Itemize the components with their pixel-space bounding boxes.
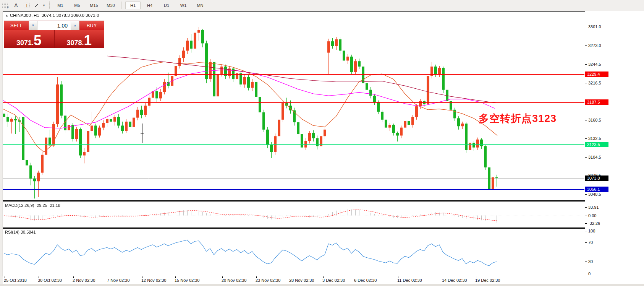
time-label: 15 Nov 02:30 [175, 278, 199, 283]
macd-tick-33.91-tickmark [585, 207, 587, 208]
rsi-label: RSI(14) 30.5841 [5, 230, 36, 234]
chart-symbol-timeframe: CHINA300-,H1 [10, 13, 39, 18]
rsi-tick-100-tickmark [585, 231, 587, 231]
arrows-object-icon[interactable] [32, 1, 41, 10]
price-axis[interactable]: 3301.03273.03244.53216.53160.53132.53104… [585, 11, 644, 284]
price-tick-3301.0: 3301.0 [588, 24, 601, 29]
price-mark-3056.1: 3056.1 [585, 187, 608, 192]
toolbar-separator [49, 2, 50, 9]
time-label: 23 Nov 02:30 [256, 278, 280, 283]
macd-label: MACD(12,26,9) -29.25 -21.18 [5, 203, 60, 208]
price-tick-3301.0-tickmark [585, 27, 587, 27]
price-tick-3048.5: 3048.5 [588, 192, 601, 197]
time-label: 30 Oct 02:30 [38, 278, 62, 283]
rsi-tick-100: 100 [588, 229, 595, 233]
window-bottom-edge [0, 284, 644, 286]
price-tick-3104.5: 3104.5 [588, 155, 601, 159]
sell-button[interactable]: SELL [4, 21, 29, 30]
timeframe-button-d1[interactable]: D1 [159, 2, 174, 9]
price-tick-3104.5-tickmark [585, 157, 587, 158]
rsi-tick-70: 70 [588, 240, 593, 245]
text-annotation-icon[interactable]: A [11, 1, 21, 10]
toolbar: F A T ▾ M1M5M15M30H1H4D1W1MN [0, 0, 644, 11]
chart-title: ▲CHINA300-,H1 3074.1 3078.3 3060.0 3073.… [5, 13, 99, 18]
time-label: 11 Dec 02:30 [397, 278, 422, 283]
buy-price-pip: 1 [84, 35, 92, 46]
price-mark-3123.5: 3123.5 [585, 142, 608, 147]
macd-tick--32.26-tickmark [585, 223, 587, 224]
price-tick-3132.5: 3132.5 [588, 136, 601, 141]
price-tick-3244.5-tickmark [585, 64, 587, 65]
chart-ohlc-values: 3074.1 3078.3 3060.0 3073.0 [42, 13, 99, 18]
svg-text:F: F [7, 6, 9, 9]
collapse-arrow-icon[interactable]: ▲ [5, 14, 8, 17]
time-label: 28 Nov 02:30 [289, 278, 314, 283]
price-tick-3273.0: 3273.0 [588, 43, 601, 48]
window-left-margin [0, 11, 3, 286]
timeframe-button-m15[interactable]: M15 [86, 2, 102, 9]
macd-tick-0.00-tickmark [585, 216, 587, 216]
price-tick-3048.5-tickmark [585, 194, 587, 195]
timeframe-button-h4[interactable]: H4 [142, 2, 157, 9]
time-label: 25 Oct 2018 [4, 278, 27, 283]
price-tick-3216.5: 3216.5 [588, 81, 601, 85]
timeframe-button-w1[interactable]: W1 [176, 2, 191, 9]
time-label: 7 Nov 02:30 [107, 278, 129, 283]
time-label: 6 Dec 02:30 [354, 278, 377, 283]
one-click-trade-widget: SELL ▼ 1.00 ▲ BUY 3071. 5 3078. 1 [4, 21, 104, 48]
time-label: 3 Dec 02:30 [322, 278, 345, 283]
grid-forecast-icon[interactable]: F [0, 1, 11, 10]
price-tick-3160.5: 3160.5 [588, 118, 601, 122]
rsi-tick-30-tickmark [585, 262, 587, 262]
volume-decrease-button[interactable]: ▼ [29, 21, 37, 30]
rsi-tick-0: 0 [588, 271, 591, 276]
sell-price-pip: 5 [34, 35, 42, 46]
time-axis[interactable]: 25 Oct 201830 Oct 02:302 Nov 02:307 Nov … [3, 276, 585, 284]
time-label: 12 Nov 02:30 [141, 278, 166, 283]
price-tick-3132.5-tickmark [585, 138, 587, 139]
rsi-tick-0-tickmark [585, 274, 587, 274]
volume-increase-button[interactable]: ▲ [71, 21, 79, 30]
price-tick-3160.5-tickmark [585, 120, 587, 120]
macd-indicator-panel: MACD(12,26,9) -29.25 -21.18 [3, 202, 586, 228]
sell-price-main: 3071. [16, 39, 34, 46]
buy-button[interactable]: BUY [79, 21, 104, 30]
price-mark-3073.0: 3073.0 [585, 176, 608, 181]
buy-price-main: 3078. [66, 39, 84, 46]
trading-platform-window: F A T ▾ M1M5M15M30H1H4D1W1MN ▲CHINA300-,… [0, 0, 644, 286]
time-label: 20 Nov 02:30 [222, 278, 246, 283]
timeframe-button-m5[interactable]: M5 [70, 2, 85, 9]
dropdown-caret-icon[interactable]: ▾ [41, 1, 47, 10]
macd-tick-0.00: 0.00 [588, 213, 596, 218]
chart-annotation-text: 多空转折点3123 [479, 112, 557, 125]
macd-tick--32.26: -32.26 [588, 221, 600, 226]
time-label: 14 Dec 02:30 [442, 278, 467, 283]
buy-price-display[interactable]: 3078. 1 [55, 30, 104, 48]
sell-price-display[interactable]: 3071. 5 [4, 30, 55, 48]
price-tick-3273.0-tickmark [585, 46, 587, 46]
price-mark-3187.5: 3187.5 [585, 99, 608, 105]
timeframe-button-h1[interactable]: H1 [125, 2, 141, 9]
time-label: 19 Dec 02:30 [475, 278, 500, 283]
price-tick-3244.5: 3244.5 [588, 62, 601, 67]
timeframe-button-mn[interactable]: MN [193, 2, 208, 9]
rsi-tick-30: 30 [588, 259, 593, 264]
macd-canvas[interactable] [3, 202, 584, 227]
price-tick-3216.5-tickmark [585, 83, 587, 83]
rsi-indicator-panel: RSI(14) 30.5841 [3, 228, 586, 277]
text-label-icon[interactable]: T [21, 1, 32, 10]
price-mark-3229.4: 3229.4 [585, 72, 608, 77]
rsi-tick-70-tickmark [585, 242, 587, 243]
rsi-canvas[interactable] [3, 229, 584, 276]
timeframe-button-m1[interactable]: M1 [53, 2, 68, 9]
timeframe-button-m30[interactable]: M30 [103, 2, 118, 9]
time-label: 2 Nov 02:30 [73, 278, 95, 283]
macd-tick-33.91: 33.91 [588, 205, 599, 210]
volume-input[interactable]: 1.00 [37, 21, 71, 30]
